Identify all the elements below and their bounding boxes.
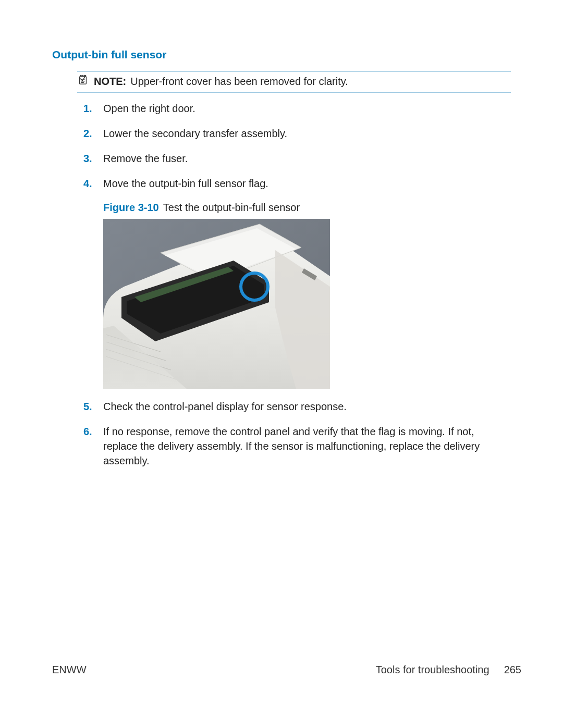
step-3: 3. Remove the fuser. <box>52 151 511 166</box>
steps-list: 1. Open the right door. 2. Lower the sec… <box>52 101 511 468</box>
step-text: Check the control-panel display for sens… <box>103 401 347 412</box>
step-number: 4. <box>83 176 92 191</box>
step-1: 1. Open the right door. <box>52 101 511 116</box>
page: Output-bin full sensor NOTE:Upper-front … <box>0 0 563 728</box>
step-text: Remove the fuser. <box>103 153 188 164</box>
figure-image <box>103 219 330 389</box>
figure-caption: Figure 3-10Test the output-bin-full sens… <box>103 200 511 215</box>
note-label: NOTE: <box>94 76 126 87</box>
note-body: Upper-front cover has been removed for c… <box>130 76 348 87</box>
step-number: 5. <box>83 399 92 414</box>
note-icon <box>77 74 89 89</box>
footer-section: Tools for troubleshooting <box>376 662 489 677</box>
note-text: NOTE:Upper-front cover has been removed … <box>94 74 511 89</box>
step-text: Move the output-bin full sensor flag. <box>103 178 268 189</box>
figure-label: Figure 3-10 <box>103 202 159 213</box>
step-6: 6. If no response, remove the control pa… <box>52 424 511 468</box>
figure-block: Figure 3-10Test the output-bin-full sens… <box>103 200 511 389</box>
step-text: Lower the secondary transfer assembly. <box>103 128 287 139</box>
page-number: 265 <box>504 662 521 677</box>
svg-point-2 <box>82 76 83 77</box>
step-2: 2. Lower the secondary transfer assembly… <box>52 126 511 141</box>
step-4: 4. Move the output-bin full sensor flag.… <box>52 176 511 389</box>
note-block: NOTE:Upper-front cover has been removed … <box>77 71 511 93</box>
svg-point-1 <box>80 76 81 77</box>
step-text: If no response, remove the control panel… <box>103 426 480 466</box>
figure-caption-text: Test the output-bin-full sensor <box>163 202 300 213</box>
step-number: 1. <box>83 101 92 116</box>
footer-left: ENWW <box>52 662 87 677</box>
step-5: 5. Check the control-panel display for s… <box>52 399 511 414</box>
step-number: 6. <box>83 424 92 439</box>
section-heading: Output-bin full sensor <box>52 47 511 62</box>
footer-right: Tools for troubleshooting 265 <box>376 662 521 677</box>
step-number: 2. <box>83 126 92 141</box>
page-footer: ENWW Tools for troubleshooting 265 <box>52 662 521 677</box>
step-number: 3. <box>83 151 92 166</box>
step-text: Open the right door. <box>103 103 195 114</box>
